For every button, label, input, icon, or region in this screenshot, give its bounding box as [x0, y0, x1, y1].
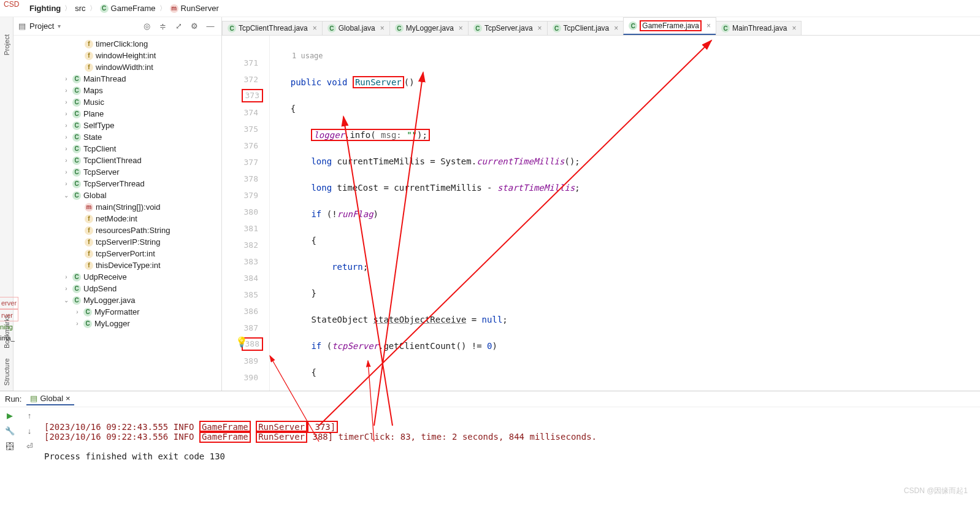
tree-item[interactable]: UdpReceive	[83, 272, 127, 282]
tree-item[interactable]: Plane	[83, 109, 104, 118]
close-icon[interactable]: ×	[380, 24, 385, 33]
chevron-icon: 〉	[159, 4, 166, 13]
project-header[interactable]: Project	[29, 21, 54, 31]
watermark: CSDN @因缘而起1	[904, 486, 968, 496]
target-icon[interactable]: ◎	[140, 20, 153, 33]
project-tree[interactable]: ftimerClick:long fwindowHeight:int fwind…	[13, 36, 221, 391]
close-icon[interactable]: ×	[706, 21, 711, 30]
down-icon[interactable]: ↓	[28, 426, 32, 435]
tree-item[interactable]: TcpClient	[83, 144, 116, 153]
usages-hint[interactable]: 1 usage	[270, 48, 980, 64]
chevron-icon: 〉	[64, 4, 71, 13]
collapse-icon[interactable]: ≑	[156, 20, 169, 33]
tab-structure[interactable]: Structure	[3, 353, 10, 391]
tree-item[interactable]: TcpClientThread	[83, 156, 142, 165]
code-area[interactable]: 1 usage public void RunServer() { logger…	[270, 36, 980, 391]
run-label: Run:	[5, 394, 21, 404]
crumb-runserver[interactable]: mRunServer	[167, 2, 221, 14]
tree-item[interactable]: windowWidth:int	[96, 63, 153, 72]
project-panel: ▤ Project ▾ ◎ ≑ ⤢ ⚙ — ftimerClick:long f…	[13, 17, 222, 391]
tree-item[interactable]: tcpServerIP:String	[96, 237, 161, 247]
tree-item[interactable]: MyLogger	[94, 319, 130, 328]
expand-icon[interactable]: ⤢	[172, 20, 185, 33]
tree-item[interactable]: thisDeviceType:int	[96, 261, 161, 270]
tree-item[interactable]: Global	[83, 191, 107, 200]
tab-project[interactable]: Project	[3, 29, 10, 60]
chevron-icon: 〉	[90, 4, 96, 13]
run-toolbar-2: ↑ ↓ ⏎	[20, 407, 39, 489]
close-icon[interactable]: ×	[614, 24, 618, 33]
editor-tabs: CTcpClientThread.java× CGlobal.java× CMy…	[222, 17, 980, 36]
tree-item[interactable]: Maps	[83, 86, 103, 95]
close-icon[interactable]: ×	[792, 24, 796, 33]
tree-item[interactable]: MyFormatter	[94, 307, 140, 316]
tree-item[interactable]: TcpServer	[83, 167, 120, 177]
tree-item[interactable]: MainThread	[83, 74, 126, 83]
overflow-icon[interactable]: 🙫	[6, 442, 14, 451]
tree-item[interactable]: TcpServerThread	[83, 179, 145, 188]
tab-mylogger[interactable]: CMyLogger.java×	[389, 21, 469, 35]
tree-item[interactable]: SelfType	[83, 121, 115, 130]
hide-icon[interactable]: —	[204, 20, 216, 33]
close-icon[interactable]: ×	[66, 394, 71, 403]
tree-item[interactable]: Music	[83, 98, 104, 107]
clipped-text: erver rver ning ima_	[0, 297, 18, 343]
close-icon[interactable]: ×	[313, 24, 317, 33]
tree-item[interactable]: UdpSend	[83, 284, 117, 293]
tree-item[interactable]: State	[83, 132, 102, 142]
run-icon[interactable]: ▶	[7, 411, 13, 420]
tab-global[interactable]: CGlobal.java×	[322, 21, 390, 35]
tree-item[interactable]: windowHeight:int	[96, 51, 156, 60]
tab-tcpserver[interactable]: CTcpServer.java×	[468, 21, 548, 35]
tab-tcpclient[interactable]: CTcpClient.java×	[547, 21, 624, 35]
gear-icon[interactable]: ⚙	[188, 20, 201, 33]
close-icon[interactable]: ×	[459, 24, 463, 33]
run-toolbar: ▶ 🔧 🙫	[0, 407, 20, 489]
wrap-icon[interactable]: ⏎	[26, 442, 33, 451]
crumb-src[interactable]: src	[72, 2, 88, 14]
tab-mainthread[interactable]: CMainThread.java×	[716, 21, 802, 35]
tree-item[interactable]: main(String[]):void	[96, 202, 160, 212]
run-output[interactable]: [2023/10/16 09:22:43.555 INFO GameFrame …	[39, 407, 980, 489]
tree-item[interactable]: tcpServerPort:int	[96, 249, 155, 258]
tree-item[interactable]: timerClick:long	[96, 39, 148, 48]
tree-item[interactable]: resourcesPath:String	[96, 226, 170, 235]
crumb-fighting[interactable]: Fighting	[29, 4, 61, 13]
tree-item[interactable]: netMode:int	[96, 214, 137, 223]
run-tab-global[interactable]: ▤Global×	[26, 393, 74, 405]
tool-icon[interactable]: 🔧	[5, 426, 15, 435]
tab-gameframe[interactable]: CGameFrame.java×	[623, 17, 716, 35]
tab-tcpclientthread[interactable]: CTcpClientThread.java×	[222, 21, 323, 35]
tree-item[interactable]: MyLogger.java	[83, 296, 136, 305]
close-icon[interactable]: ×	[538, 24, 542, 33]
breadcrumb: Fighting 〉 src 〉 CGameFrame 〉 mRunServer	[0, 0, 980, 17]
up-icon[interactable]: ↑	[28, 411, 32, 420]
bulb-icon[interactable]: 💡	[235, 336, 248, 348]
csdn-label: CSD	[0, 0, 23, 10]
crumb-gameframe[interactable]: CGameFrame	[98, 2, 158, 14]
editor: CTcpClientThread.java× CGlobal.java× CMy…	[222, 17, 980, 391]
